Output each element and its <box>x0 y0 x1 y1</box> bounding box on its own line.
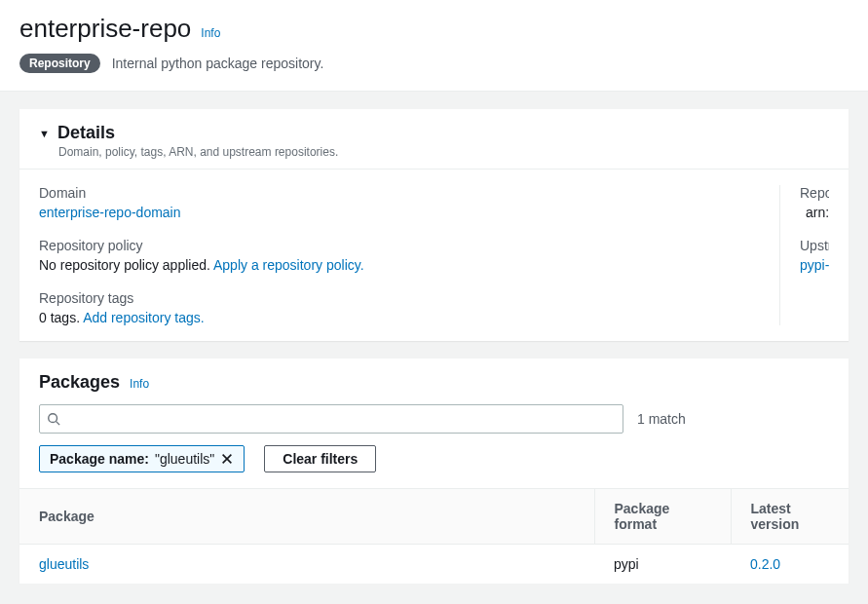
page-title: enterprise-repo <box>19 14 191 44</box>
upstream-link[interactable]: pypi-store <box>800 257 829 273</box>
clear-filters-button[interactable]: Clear filters <box>264 445 376 472</box>
package-name-link[interactable]: glueutils <box>19 545 594 585</box>
package-format: pypi <box>594 545 731 585</box>
details-subtitle: Domain, policy, tags, ARN, and upstream … <box>58 145 829 159</box>
remove-filter-icon[interactable] <box>220 452 234 466</box>
apply-policy-link[interactable]: Apply a repository policy. <box>213 257 364 273</box>
add-tags-link[interactable]: Add repository tags. <box>83 310 205 325</box>
package-search-input[interactable] <box>39 404 623 434</box>
match-count: 1 match <box>637 411 686 427</box>
col-header-format[interactable]: Package format <box>594 489 731 545</box>
package-version-link[interactable]: 0.2.0 <box>731 545 849 585</box>
arn-label: Repository ARN <box>800 185 829 201</box>
domain-link[interactable]: enterprise-repo-domain <box>39 205 760 220</box>
title-info-link[interactable]: Info <box>201 26 220 40</box>
tags-label: Repository tags <box>39 290 760 306</box>
repo-description: Internal python package repository. <box>112 56 324 71</box>
details-title: Details <box>57 123 115 143</box>
policy-label: Repository policy <box>39 238 760 253</box>
col-header-version[interactable]: Latest version <box>731 489 849 545</box>
details-panel: ▼ Details Domain, policy, tags, ARN, and… <box>19 109 849 341</box>
details-collapse-toggle[interactable]: ▼ <box>39 128 50 139</box>
search-icon <box>47 412 60 426</box>
svg-point-1 <box>49 414 57 423</box>
filter-value: "glueutils" <box>155 451 214 467</box>
upstream-label: Upstream repos <box>800 238 829 253</box>
packages-info-link[interactable]: Info <box>130 377 149 391</box>
col-header-package[interactable]: Package <box>19 489 594 545</box>
packages-panel: Packages Info 1 match Package name: "glu… <box>19 359 849 584</box>
packages-table: Package Package format Latest version gl… <box>19 488 849 584</box>
page-header: enterprise-repo Info Repository Internal… <box>0 0 868 92</box>
packages-title: Packages <box>39 372 120 393</box>
filter-key: Package name: <box>50 451 149 467</box>
policy-text: No repository policy applied. <box>39 257 210 273</box>
resource-type-badge: Repository <box>19 54 100 73</box>
svg-line-2 <box>57 422 60 426</box>
table-row: glueutils pypi 0.2.0 <box>19 545 849 585</box>
arn-value: arn:aws:co <box>806 205 829 220</box>
tags-count: 0 tags. <box>39 310 80 325</box>
active-filter-chip: Package name: "glueutils" <box>39 445 245 472</box>
domain-label: Domain <box>39 185 760 201</box>
